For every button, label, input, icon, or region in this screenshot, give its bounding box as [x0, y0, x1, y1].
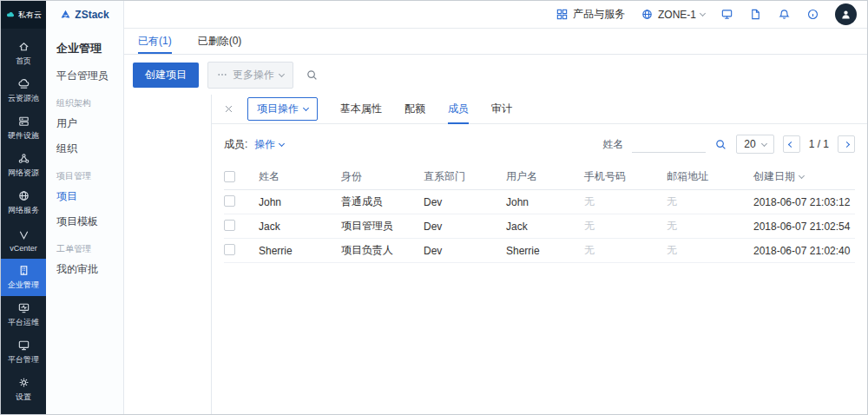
column-header-created[interactable]: 创建日期 [753, 169, 855, 184]
document-button[interactable] [749, 8, 762, 21]
rail-item-label: 首页 [16, 56, 31, 67]
column-header-name: 姓名 [259, 169, 341, 184]
page-size-value: 20 [744, 138, 755, 150]
rail-item-label: vCenter [10, 244, 37, 253]
rail-item-network-resource[interactable]: 网络资源 [1, 147, 46, 184]
page-size-select[interactable]: 20 [736, 135, 773, 154]
rail-item-cloud-pool[interactable]: 云资源池 [1, 72, 46, 109]
notification-button[interactable] [778, 8, 791, 21]
globe-icon [641, 8, 654, 21]
rail-item-settings[interactable]: 设置 [1, 371, 46, 408]
console-button[interactable] [720, 8, 733, 21]
submenu-item-project-template[interactable]: 项目模板 [46, 209, 123, 234]
tab-existing[interactable]: 已有(1) [138, 29, 172, 54]
primary-nav-rail: 私有云 首页 云资源池 硬件设施 网络资源 网络服务 [1, 1, 46, 414]
project-actions-button[interactable]: 项目操作 [247, 97, 318, 121]
rail-item-vcenter[interactable]: vCenter [1, 221, 46, 259]
rail-item-network-service[interactable]: 网络服务 [1, 184, 46, 221]
row-checkbox[interactable] [224, 195, 235, 207]
chevron-down-icon [700, 10, 706, 16]
rail-item-platform[interactable]: 平台管理 [1, 333, 46, 371]
next-page-button[interactable] [838, 135, 855, 153]
chevron-down-icon [279, 140, 285, 146]
chevron-left-icon [788, 141, 794, 147]
detail-header: 项目操作 基本属性 配额 成员 审计 [212, 95, 867, 124]
cell-username: Sherrie [506, 245, 584, 257]
info-button[interactable] [806, 8, 819, 21]
members-action-dropdown[interactable]: 操作 [254, 137, 284, 152]
user-avatar[interactable] [835, 3, 857, 25]
chevron-down-icon [303, 105, 309, 111]
rail-item-ops[interactable]: 平台运维 [1, 296, 46, 333]
rail-item-home[interactable]: 首页 [1, 35, 46, 72]
submenu-item-project[interactable]: 项目 [46, 184, 123, 209]
cell-department: Dev [424, 221, 506, 233]
table-row: Jack 项目管理员 Dev Jack 无 无 2018-06-07 21:02… [224, 214, 855, 239]
prev-page-button[interactable] [783, 135, 800, 153]
cell-username: John [506, 196, 584, 208]
member-search-button[interactable] [714, 138, 727, 151]
rail-item-label: 硬件设施 [8, 130, 39, 142]
table-row: Sherrie 项目负责人 Dev Sherrie 无 无 2018-06-07… [224, 239, 855, 263]
rail-item-label: 网络服务 [8, 205, 39, 216]
home-icon [17, 40, 30, 53]
list-tabbar: 已有(1) 已删除(0) [124, 29, 867, 55]
chevron-right-icon [843, 141, 849, 147]
cell-phone: 无 [584, 219, 667, 234]
row-checkbox[interactable] [224, 244, 235, 255]
rail-item-enterprise[interactable]: 企业管理 [1, 259, 46, 296]
members-toolbar-right: 姓名 20 1 / 1 [602, 135, 855, 154]
tab-quota[interactable]: 配额 [404, 95, 425, 124]
column-header-email: 邮箱地址 [667, 169, 753, 184]
header-checkbox-cell [224, 171, 259, 182]
hardware-icon [17, 115, 30, 128]
list-search-button[interactable] [306, 69, 319, 82]
cell-department: Dev [424, 196, 506, 208]
enterprise-icon [17, 264, 30, 277]
rail-item-label: 平台管理 [8, 354, 39, 366]
submenu-section-project: 项目管理 [46, 161, 123, 184]
members-table: 姓名 身份 直系部门 用户名 手机号码 邮箱地址 创建日期 John [212, 164, 867, 263]
submenu-item-org[interactable]: 组织 [46, 136, 123, 161]
create-project-button[interactable]: 创建项目 [133, 63, 199, 88]
row-checkbox[interactable] [224, 220, 235, 231]
zstack-logo: ZStack [46, 1, 123, 29]
sort-chevron-icon [799, 173, 805, 179]
submenu-item-users[interactable]: 用户 [46, 111, 123, 136]
rail-item-label: 平台运维 [8, 317, 39, 328]
tab-members[interactable]: 成员 [448, 95, 469, 124]
tab-deleted[interactable]: 已删除(0) [198, 29, 242, 54]
members-toolbar: 成员: 操作 姓名 20 [212, 124, 867, 164]
project-detail-panel: 项目操作 基本属性 配额 成员 审计 成员: 操作 [212, 95, 867, 414]
ops-icon [17, 301, 30, 314]
cell-email: 无 [667, 194, 753, 209]
cell-username: Jack [506, 221, 584, 233]
settings-icon [17, 376, 30, 389]
tab-audit[interactable]: 审计 [491, 95, 512, 124]
rail-item-hardware[interactable]: 硬件设施 [1, 109, 46, 147]
zone-selector[interactable]: ZONE-1 [641, 8, 705, 21]
cell-name: John [259, 196, 341, 208]
submenu-item-my-approval[interactable]: 我的审批 [46, 257, 123, 282]
project-actions-label: 项目操作 [257, 102, 299, 116]
members-label: 成员: [224, 137, 247, 152]
zstack-logo-text: ZStack [75, 9, 108, 21]
more-actions-button[interactable]: 更多操作 [207, 62, 293, 89]
products-label: 产品与服务 [573, 7, 625, 22]
row-checkbox-cell [224, 220, 259, 234]
column-header-role: 身份 [341, 169, 424, 184]
network-service-icon [17, 189, 30, 202]
name-search-input[interactable] [632, 135, 706, 153]
collapsed-list-column [124, 95, 212, 414]
rail-item-label: 网络资源 [8, 168, 39, 179]
platform-icon [17, 339, 30, 352]
console-icon [720, 8, 733, 21]
page-indicator: 1 / 1 [809, 138, 829, 150]
submenu-item-platform-admin[interactable]: 平台管理员 [46, 63, 123, 89]
cell-created: 2018-06-07 21:03:12 [753, 196, 855, 208]
products-menu[interactable]: 产品与服务 [556, 7, 625, 22]
tab-basic-properties[interactable]: 基本属性 [340, 95, 382, 124]
close-button[interactable] [224, 104, 233, 114]
cell-role: 普通成员 [341, 194, 424, 209]
select-all-checkbox[interactable] [224, 171, 235, 182]
